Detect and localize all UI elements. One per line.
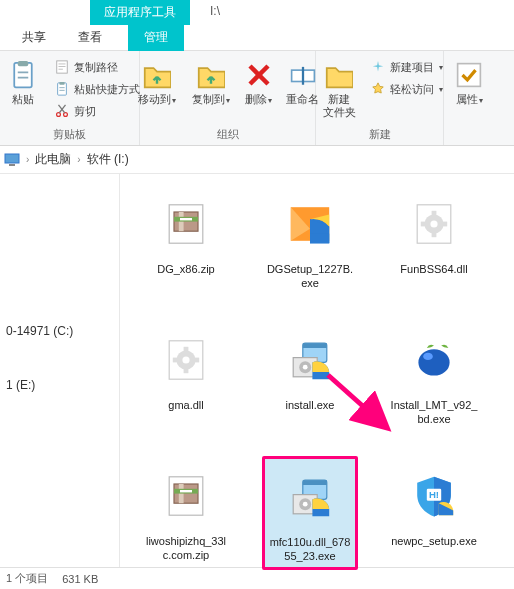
shield-h-icon xyxy=(402,464,466,528)
new-item-button[interactable]: 新建项目▾ xyxy=(370,57,443,77)
group-organize-label: 组织 xyxy=(148,125,307,145)
zip-icon xyxy=(154,464,218,528)
copy-path-label: 复制路径 xyxy=(74,60,118,75)
easy-access-button[interactable]: 轻松访问▾ xyxy=(370,79,443,99)
folder-icon xyxy=(323,59,355,91)
paste-icon xyxy=(7,59,39,91)
easy-access-label: 轻松访问 xyxy=(390,82,434,97)
paste-shortcut-label: 粘贴快捷方式 xyxy=(74,82,140,97)
shortcut-icon xyxy=(54,81,70,97)
file-list[interactable]: DG_x86.zipDGSetup_1227B.exeFunBSS64.dllg… xyxy=(120,174,514,567)
file-name: gma.dll xyxy=(168,398,203,412)
installer-icon xyxy=(278,465,342,529)
file-name: FunBSS64.dll xyxy=(400,262,467,276)
tab-manage[interactable]: 管理 xyxy=(128,24,184,51)
cut-button[interactable]: 剪切 xyxy=(54,101,140,121)
svg-rect-40 xyxy=(5,154,19,163)
rename-label: 重命名 xyxy=(286,93,319,106)
status-bar: 1 个项目 631 KB xyxy=(0,567,514,589)
monitor-icon xyxy=(4,153,20,167)
file-item[interactable]: gma.dll xyxy=(138,320,234,432)
nav-drive-e[interactable]: 1 (E:) xyxy=(6,378,119,392)
rename-icon xyxy=(287,59,319,91)
paste-label: 粘贴 xyxy=(12,93,34,106)
status-selection: 1 个项目 xyxy=(6,571,48,586)
easy-access-icon xyxy=(370,81,386,97)
group-new-label: 新建 xyxy=(324,125,435,145)
file-name: Install_LMT_v92_bd.exe xyxy=(390,398,478,426)
crumb-this-pc[interactable]: 此电脑 xyxy=(35,151,71,168)
installer-icon xyxy=(278,328,342,392)
file-item[interactable]: install.exe xyxy=(262,320,358,432)
new-item-label: 新建项目 xyxy=(390,60,434,75)
tab-view[interactable]: 查看 xyxy=(62,24,118,51)
new-folder-label: 新建 文件夹 xyxy=(323,93,356,119)
group-clipboard: 粘贴 复制路径 粘贴快捷方式 剪切 剪贴板 xyxy=(0,51,140,145)
delete-label: 删除 xyxy=(245,93,267,105)
properties-button[interactable]: 属性▾ xyxy=(449,55,489,107)
copy-to-icon xyxy=(195,59,227,91)
dll-icon xyxy=(402,192,466,256)
cut-icon xyxy=(54,103,70,119)
svg-rect-41 xyxy=(9,164,15,166)
nav-drive-c[interactable]: 0-14971 (C:) xyxy=(6,324,119,338)
file-item[interactable]: Install_LMT_v92_bd.exe xyxy=(386,320,482,432)
window-title: I:\ xyxy=(190,0,234,25)
file-item[interactable]: FunBSS64.dll xyxy=(386,184,482,296)
file-item[interactable]: newpc_setup.exe xyxy=(386,456,482,570)
ribbon-tabs: 共享 查看 管理 xyxy=(0,25,514,51)
breadcrumb[interactable]: › 此电脑 › 软件 (I:) xyxy=(0,146,514,174)
tab-share[interactable]: 共享 xyxy=(6,24,62,51)
copy-path-button[interactable]: 复制路径 xyxy=(54,57,140,77)
group-new: 新建 文件夹 新建项目▾ 轻松访问▾ 新建 xyxy=(316,51,444,145)
file-item[interactable]: DGSetup_1227B.exe xyxy=(262,184,358,296)
new-item-icon xyxy=(370,59,386,75)
file-item[interactable]: liwoshipizhq_33lc.com.zip xyxy=(138,456,234,570)
zip-icon xyxy=(154,192,218,256)
delete-button[interactable]: 删除▾ xyxy=(242,55,276,107)
paste-button[interactable]: 粘贴 xyxy=(0,55,46,106)
file-name: mfc110u.dll_67855_23.exe xyxy=(267,535,353,563)
file-item[interactable]: mfc110u.dll_67855_23.exe xyxy=(262,456,358,570)
chevron-right-icon: › xyxy=(77,154,80,165)
file-name: DGSetup_1227B.exe xyxy=(266,262,354,290)
move-icon xyxy=(141,59,173,91)
cut-label: 剪切 xyxy=(74,104,96,119)
copy-to-label: 复制到 xyxy=(192,93,225,105)
chevron-right-icon: › xyxy=(26,154,29,165)
dll-icon xyxy=(154,328,218,392)
file-name: install.exe xyxy=(286,398,335,412)
move-to-button[interactable]: 移动到▾ xyxy=(134,55,180,107)
path-icon xyxy=(54,59,70,75)
group-clipboard-label: 剪贴板 xyxy=(8,125,131,145)
blue-app-icon xyxy=(402,328,466,392)
file-item[interactable]: DG_x86.zip xyxy=(138,184,234,296)
file-name: DG_x86.zip xyxy=(157,262,214,276)
delete-icon xyxy=(243,59,275,91)
move-to-label: 移动到 xyxy=(138,93,171,105)
contextual-tab[interactable]: 应用程序工具 xyxy=(90,0,190,25)
copy-to-button[interactable]: 复制到▾ xyxy=(188,55,234,107)
status-size: 631 KB xyxy=(62,573,98,585)
properties-label: 属性 xyxy=(456,93,478,105)
nav-pane[interactable]: 0-14971 (C:) 1 (E:) xyxy=(0,174,120,567)
paste-shortcut-button[interactable]: 粘贴快捷方式 xyxy=(54,79,140,99)
file-name: newpc_setup.exe xyxy=(391,534,477,548)
crumb-drive[interactable]: 软件 (I:) xyxy=(87,151,129,168)
setup-orange-icon xyxy=(278,192,342,256)
ribbon: 粘贴 复制路径 粘贴快捷方式 剪切 剪贴板 移动到▾ 复制到▾ 删除▾ xyxy=(0,51,514,146)
properties-icon xyxy=(453,59,485,91)
group-organize: 移动到▾ 复制到▾ 删除▾ 重命名 组织 xyxy=(140,51,316,145)
title-tabs: 应用程序工具 I:\ xyxy=(0,0,514,25)
file-name: liwoshipizhq_33lc.com.zip xyxy=(142,534,230,562)
group-properties: 属性▾ xyxy=(444,51,494,145)
new-folder-button[interactable]: 新建 文件夹 xyxy=(316,55,362,119)
